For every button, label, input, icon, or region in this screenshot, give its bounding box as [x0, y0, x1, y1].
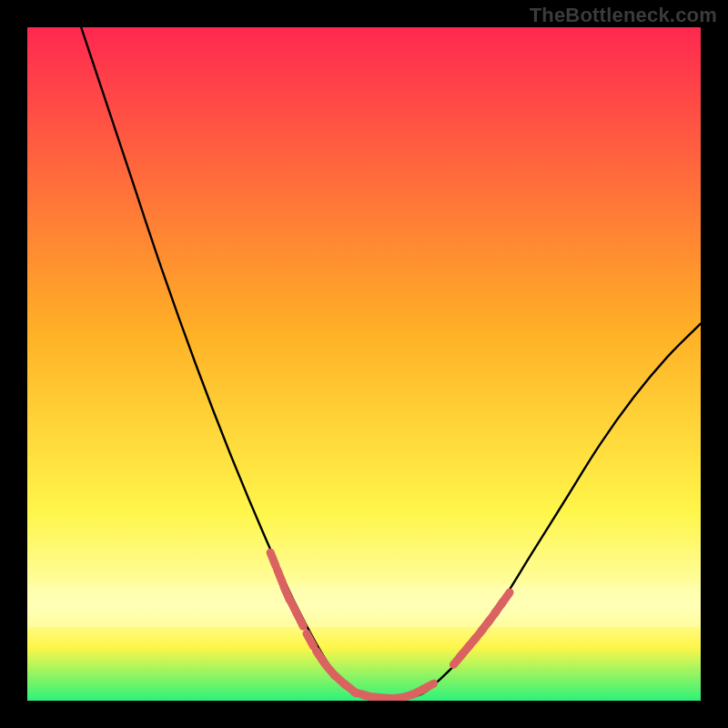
chart-frame: TheBottleneck.com: [0, 0, 728, 728]
plot-area: [27, 27, 701, 701]
pale-band: [27, 585, 701, 627]
curve-marker: [270, 552, 276, 566]
chart-svg: [27, 27, 701, 701]
curve-marker: [422, 683, 433, 690]
curve-marker: [297, 613, 303, 626]
curve-marker: [278, 570, 283, 583]
watermark-text: TheBottleneck.com: [530, 4, 717, 27]
